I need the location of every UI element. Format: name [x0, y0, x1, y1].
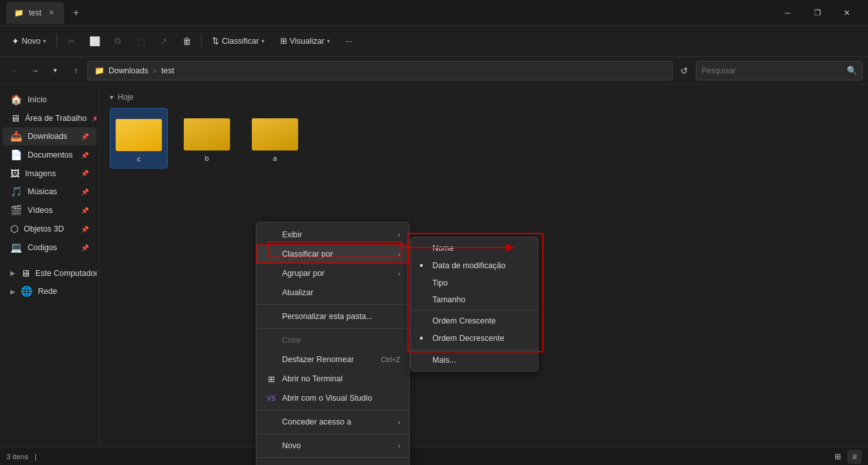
up-button[interactable]: ↑ — [67, 62, 85, 80]
ctx-divider-5 — [256, 457, 409, 458]
search-icon: 🔍 — [847, 66, 857, 75]
paste-button[interactable]: ⧉ — [107, 31, 128, 51]
tab-folder-icon: 📁 — [14, 8, 24, 17]
ctx-atualizar-label: Atualizar — [282, 288, 314, 297]
refresh-button[interactable]: ↺ — [675, 62, 693, 80]
area-trabalho-icon: 🖥 — [10, 113, 20, 123]
sidebar-item-inicio[interactable]: 🏠 Início — [3, 91, 96, 109]
search-input[interactable] — [702, 66, 843, 75]
current-tab[interactable]: 📁 test ✕ — [6, 2, 64, 24]
codigos-icon: 💻 — [10, 242, 22, 253]
sidebar-item-area-trabalho[interactable]: 🖥 Área de Trabalho 📌 — [3, 109, 96, 127]
pin-icon-videos: 📌 — [81, 207, 89, 214]
folder-a[interactable]: a — [246, 108, 304, 169]
sub-tipo[interactable]: Tipo — [411, 275, 538, 291]
sub-nome[interactable]: Nome — [411, 240, 538, 257]
ctx-divider-3 — [256, 410, 409, 410]
folder-grid: c b a — [110, 108, 858, 169]
este-computador-icon: 🖥 — [21, 268, 30, 278]
pin-icon-codigos: 📌 — [81, 244, 89, 251]
ctx-exibir-label: Exibir — [282, 230, 302, 239]
sidebar-label-rede: Rede — [38, 287, 57, 296]
ctx-classificar-por[interactable]: Classificar por › — [256, 244, 409, 264]
large-icons-view[interactable]: ⊞ — [831, 450, 845, 464]
sidebar-item-musicas[interactable]: 🎵 Músicas 📌 — [3, 183, 96, 201]
sidebar-item-videos[interactable]: 🎬 Vídeos 📌 — [3, 201, 96, 219]
delete-button[interactable]: 🗑 — [177, 31, 197, 51]
sidebar-label-codigos: Codigos — [28, 243, 57, 252]
ctx-propriedades[interactable]: Propriedades — [256, 460, 409, 465]
path-test: test — [161, 66, 174, 75]
close-button[interactable]: ✕ — [832, 0, 862, 26]
ctx-novo[interactable]: Novo › — [256, 436, 409, 455]
ctx-conceder[interactable]: Conceder acesso a › — [256, 412, 409, 432]
ctx-desfazer[interactable]: Desfazer Renomear Ctrl+Z — [256, 350, 409, 369]
sub-divider-2 — [411, 349, 538, 350]
sidebar-label-objetos3d: Objetos 3D — [24, 224, 64, 233]
tab-close-button[interactable]: ✕ — [46, 8, 57, 18]
ctx-atualizar[interactable]: Atualizar — [256, 283, 409, 302]
ctx-vs[interactable]: VS Abrir com o Visual Studio — [256, 388, 409, 408]
sidebar-item-este-computador[interactable]: ▶ 🖥 Este Computador — [3, 264, 96, 282]
ctx-divider-2 — [256, 328, 409, 329]
ctx-exibir-icon — [265, 229, 277, 241]
ctx-conceder-arrow: › — [398, 418, 400, 426]
rename-button[interactable]: ⬚ — [130, 31, 151, 51]
imagens-icon: 🖼 — [10, 168, 20, 179]
sidebar-item-documentos[interactable]: 📄 Documentos 📌 — [3, 146, 96, 164]
ctx-personalizar[interactable]: Personalizar esta pasta... — [256, 307, 409, 326]
toolbar: ✦ Novo ▾ ✂ ⬜ ⧉ ⬚ ↗ 🗑 ⇅ Classificar ▾ ⊞ V… — [0, 26, 868, 57]
back-button[interactable]: ← — [5, 62, 23, 80]
sub-nome-label: Nome — [432, 244, 454, 253]
cut-button[interactable]: ✂ — [61, 31, 82, 51]
ctx-terminal[interactable]: ⊞ Abrir no Terminal — [256, 369, 409, 388]
sub-tipo-label: Tipo — [432, 278, 448, 287]
ctx-exibir[interactable]: Exibir › — [256, 225, 409, 244]
sub-crescente[interactable]: Ordem Crescente — [411, 313, 538, 329]
folder-c[interactable]: c — [110, 108, 168, 169]
address-bar[interactable]: 📁 Downloads › test — [87, 61, 673, 80]
sub-data-modificacao[interactable]: • Data de modificação — [411, 257, 538, 275]
pin-icon-documentos: 📌 — [81, 152, 89, 159]
ctx-divider-1 — [256, 304, 409, 305]
item-count: 3 itens — [6, 453, 28, 460]
sub-decrescente-label: Ordem Decrescente — [432, 334, 504, 343]
forward-button[interactable]: → — [26, 62, 44, 80]
view-label: Visualizar — [290, 37, 324, 46]
minimize-button[interactable]: ─ — [773, 0, 802, 26]
sidebar-item-rede[interactable]: ▶ 🌐 Rede — [3, 282, 96, 300]
list-view[interactable]: ≡ — [847, 450, 862, 464]
section-chevron[interactable]: ▾ — [110, 93, 114, 102]
sub-mais[interactable]: Mais... — [411, 352, 538, 369]
more-button[interactable]: ··· — [339, 31, 359, 51]
sort-label: Classificar — [222, 37, 259, 46]
maximize-button[interactable]: ❐ — [802, 0, 832, 26]
recent-button[interactable]: ▾ — [46, 62, 64, 80]
sidebar-item-objetos3d[interactable]: ⬡ Objetos 3D 📌 — [3, 220, 96, 238]
ctx-colar-icon — [265, 334, 277, 346]
ctx-agrupar-por[interactable]: Agrupar por › — [256, 264, 409, 283]
sub-tamanho[interactable]: Tamanho — [411, 291, 538, 308]
search-box[interactable]: 🔍 — [696, 61, 863, 80]
sidebar-item-codigos[interactable]: 💻 Codigos 📌 — [3, 239, 96, 257]
view-button[interactable]: ⊞ Visualizar ▾ — [274, 31, 337, 51]
status-bar: 3 itens | ⊞ ≡ — [0, 447, 868, 465]
sidebar-item-downloads[interactable]: 📥 Downloads 📌 — [3, 127, 96, 145]
new-button[interactable]: ✦ Novo ▾ — [5, 31, 53, 51]
sidebar-label-area-trabalho: Área de Trabalho — [25, 114, 87, 123]
sub-decrescente[interactable]: • Ordem Decrescente — [411, 329, 538, 347]
expand-rede[interactable]: ▶ — [10, 288, 15, 295]
expand-este-computador[interactable]: ▶ — [10, 269, 15, 277]
ctx-colar[interactable]: Colar — [256, 331, 409, 350]
folder-b[interactable]: b — [178, 108, 236, 169]
sidebar-item-imagens[interactable]: 🖼 Imagens 📌 — [3, 165, 96, 182]
address-bar-row: ← → ▾ ↑ 📁 Downloads › test ↺ 🔍 — [0, 57, 868, 85]
sort-button[interactable]: ⇅ Classificar ▾ — [206, 31, 271, 51]
ctx-conceder-label: Conceder acesso a — [282, 417, 351, 426]
new-tab-button[interactable]: + — [67, 4, 85, 22]
copy-button[interactable]: ⬜ — [84, 31, 105, 51]
share-button[interactable]: ↗ — [154, 31, 174, 51]
ctx-novo-label: Novo — [282, 441, 301, 450]
ctx-classificar-icon — [265, 248, 277, 260]
pin-icon-musicas: 📌 — [81, 188, 89, 196]
